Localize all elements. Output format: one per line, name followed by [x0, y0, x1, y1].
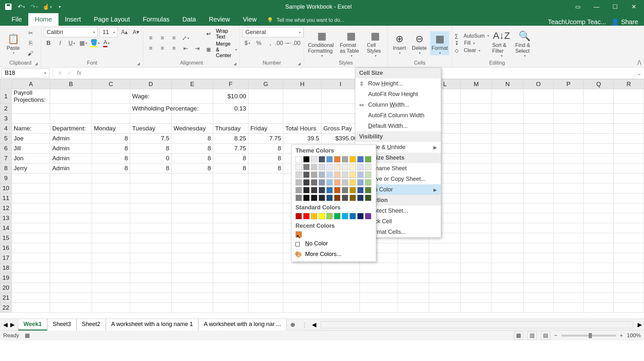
cell[interactable]	[248, 253, 283, 263]
color-swatch[interactable]	[326, 156, 333, 163]
color-swatch[interactable]	[342, 187, 348, 193]
ribbon-display-options-icon[interactable]: ▭	[569, 0, 587, 13]
cell[interactable]	[523, 213, 554, 223]
cell[interactable]	[460, 203, 492, 213]
cell[interactable]	[584, 233, 614, 243]
find-select-button[interactable]: 🔍Find & Select▾	[514, 28, 535, 58]
cell[interactable]	[130, 193, 171, 203]
cell[interactable]: Gross Pay	[321, 124, 359, 134]
cell[interactable]	[171, 213, 213, 223]
row-header[interactable]: 22	[0, 303, 12, 313]
cell[interactable]	[171, 273, 213, 283]
color-swatch[interactable]	[349, 164, 356, 170]
zoom-level[interactable]: 100%	[627, 332, 641, 339]
color-swatch[interactable]	[349, 172, 356, 178]
cell[interactable]	[92, 263, 130, 273]
sheet-tab[interactable]: Week1	[18, 319, 47, 330]
color-swatch[interactable]	[349, 213, 356, 219]
cell[interactable]	[213, 233, 248, 243]
column-header[interactable]: M	[460, 79, 492, 89]
cell[interactable]: Wednesday	[171, 124, 213, 134]
cell[interactable]	[584, 223, 614, 233]
cell[interactable]	[553, 134, 584, 144]
cell[interactable]	[584, 89, 614, 104]
cell[interactable]	[248, 193, 283, 203]
cell[interactable]: Joe	[12, 134, 50, 144]
cell[interactable]	[50, 193, 92, 203]
cell[interactable]	[523, 233, 554, 243]
cell[interactable]	[492, 273, 523, 283]
color-swatch[interactable]	[295, 164, 302, 170]
color-swatch[interactable]	[349, 187, 356, 193]
color-swatch[interactable]	[311, 195, 317, 201]
tell-me-box[interactable]: 💡 Tell me what you want to do...	[263, 14, 548, 26]
cell[interactable]	[584, 144, 614, 154]
cell[interactable]	[523, 293, 554, 303]
row-header[interactable]: 18	[0, 263, 12, 273]
cell[interactable]	[523, 154, 554, 163]
cell[interactable]	[248, 293, 283, 303]
cell[interactable]	[398, 303, 429, 313]
cell[interactable]	[492, 203, 523, 213]
cell[interactable]	[492, 263, 523, 273]
cell[interactable]	[614, 163, 644, 173]
cell[interactable]	[492, 243, 523, 253]
qat-customize-icon[interactable]: ▾	[55, 2, 65, 12]
cell[interactable]	[553, 243, 584, 253]
row-header[interactable]: 8	[0, 163, 12, 173]
cell[interactable]	[523, 163, 554, 173]
color-swatch[interactable]	[326, 164, 333, 170]
font-color-icon[interactable]: A▾	[102, 39, 111, 48]
cell[interactable]	[92, 303, 130, 313]
cell[interactable]: 8	[171, 144, 213, 154]
merge-center-button[interactable]: ⊞ Merge & Center▾	[206, 41, 237, 58]
cell[interactable]	[171, 303, 213, 313]
color-swatch[interactable]	[357, 172, 364, 178]
save-icon[interactable]	[3, 2, 14, 12]
cell[interactable]	[492, 124, 523, 134]
cell[interactable]	[584, 104, 614, 114]
color-swatch[interactable]	[326, 179, 333, 186]
cell[interactable]	[460, 243, 492, 253]
color-swatch[interactable]	[365, 187, 371, 193]
conditional-formatting-button[interactable]: ▦Conditional Formatting▾	[307, 28, 337, 58]
cell[interactable]	[523, 193, 554, 203]
cell[interactable]	[460, 144, 492, 154]
cell[interactable]	[523, 114, 554, 124]
cell[interactable]	[248, 303, 283, 313]
cell[interactable]	[213, 283, 248, 293]
cell[interactable]	[492, 154, 523, 163]
cell[interactable]	[460, 114, 492, 124]
cell[interactable]	[523, 253, 554, 263]
row-header[interactable]: 13	[0, 213, 12, 223]
cell[interactable]	[171, 89, 213, 104]
comma-format-icon[interactable]: ,	[266, 39, 275, 48]
ribbon-tab-file[interactable]: File	[5, 13, 28, 26]
cell[interactable]	[584, 173, 614, 183]
cell[interactable]	[248, 173, 283, 183]
color-swatch[interactable]	[303, 172, 310, 178]
cell[interactable]: 8.25	[213, 134, 248, 144]
cell[interactable]	[283, 293, 321, 303]
cell[interactable]: Withholding Percentage:	[130, 104, 213, 114]
cell[interactable]	[171, 193, 213, 203]
share-button[interactable]: 👤 Share	[611, 18, 638, 26]
cell[interactable]	[283, 104, 321, 114]
cell[interactable]	[92, 283, 130, 293]
cell[interactable]: 7.75	[248, 134, 283, 144]
cell[interactable]	[614, 263, 644, 273]
cell[interactable]	[614, 183, 644, 193]
cell[interactable]	[523, 203, 554, 213]
cell[interactable]	[92, 293, 130, 303]
cell[interactable]	[12, 233, 50, 243]
cell[interactable]	[92, 183, 130, 193]
cell[interactable]	[92, 89, 130, 104]
fill-button[interactable]: ↧ Fill▾	[455, 40, 489, 46]
collapse-ribbon-icon[interactable]: ⋀	[637, 59, 641, 65]
cell[interactable]	[614, 223, 644, 233]
sheet-nav-prev-icon[interactable]: ◀	[3, 321, 8, 328]
cell[interactable]: Total Hours	[283, 124, 321, 134]
color-swatch[interactable]	[342, 195, 348, 201]
cell[interactable]	[248, 243, 283, 253]
cell[interactable]	[553, 193, 584, 203]
